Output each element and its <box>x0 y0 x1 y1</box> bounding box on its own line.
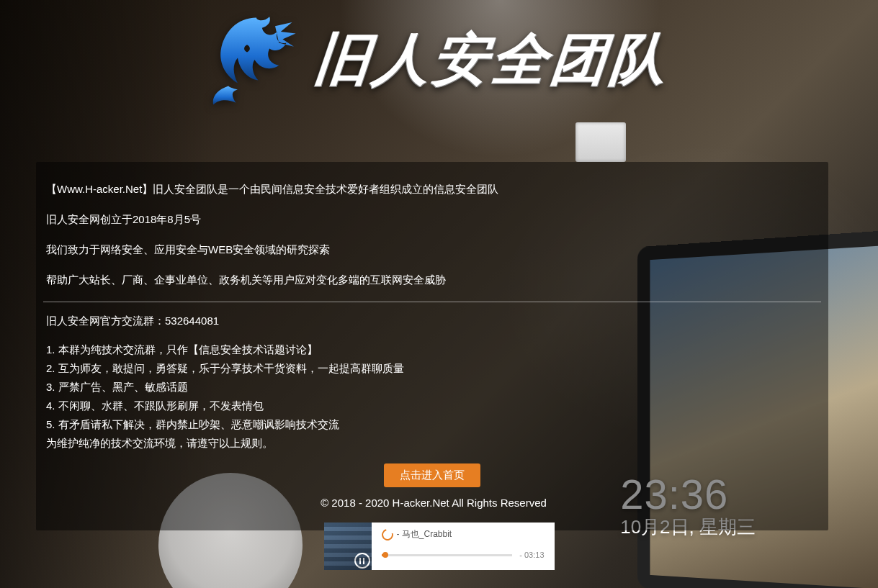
rule-3: 3. 严禁广告、黑产、敏感话题 <box>43 379 821 396</box>
intro-line-1: 【Www.H-acker.Net】旧人安全团队是一个由民间信息安全技术爱好者组织… <box>43 181 821 198</box>
music-service-icon <box>380 527 395 543</box>
copyright-text: © 2018 - 2020 H-acker.Net All Rights Res… <box>43 494 821 512</box>
progress-handle[interactable] <box>382 552 388 558</box>
divider <box>43 302 821 302</box>
rule-5: 5. 有矛盾请私下解决，群内禁止吵架、恶意嘲讽影响技术交流 <box>43 416 821 433</box>
intro-line-2: 旧人安全网创立于2018年8月5号 <box>43 211 821 228</box>
pause-icon[interactable] <box>354 553 370 569</box>
track-duration: - 03:13 <box>519 551 544 559</box>
rules-block: 1. 本群为纯技术交流群，只作【信息安全技术话题讨论】 2. 互为师友，敢提问，… <box>43 341 821 452</box>
rule-4: 4. 不闲聊、水群、不跟队形刷屏，不发表情包 <box>43 397 821 415</box>
track-title: - 马也_Crabbit <box>397 528 452 540</box>
hero: 旧人安全团队 <box>0 13 878 107</box>
intro-card: 【Www.H-acker.Net】旧人安全团队是一个由民间信息安全技术爱好者组织… <box>36 162 828 530</box>
rule-1: 1. 本群为纯技术交流群，只作【信息安全技术话题讨论】 <box>43 341 821 358</box>
hero-title: 旧人安全团队 <box>310 22 671 98</box>
album-art[interactable] <box>324 523 372 570</box>
music-player[interactable]: - 马也_Crabbit - 03:13 <box>324 523 555 570</box>
qq-group-line: 旧人安全网官方交流群：532644081 <box>43 312 821 330</box>
rule-2: 2. 互为师友，敢提问，勇答疑，乐于分享技术干货资料，一起提高群聊质量 <box>43 360 821 377</box>
enter-homepage-button[interactable]: 点击进入首页 <box>384 463 480 487</box>
dragon-logo-icon <box>210 13 303 107</box>
rule-6: 为维护纯净的技术交流环境，请遵守以上规则。 <box>43 435 821 452</box>
intro-line-3: 我们致力于网络安全、应用安全与WEB安全领域的研究探索 <box>43 241 821 258</box>
intro-line-4: 帮助广大站长、厂商、企事业单位、政务机关等用户应对变化多端的互联网安全威胁 <box>43 271 821 289</box>
progress-bar[interactable]: - 03:13 <box>382 551 545 559</box>
